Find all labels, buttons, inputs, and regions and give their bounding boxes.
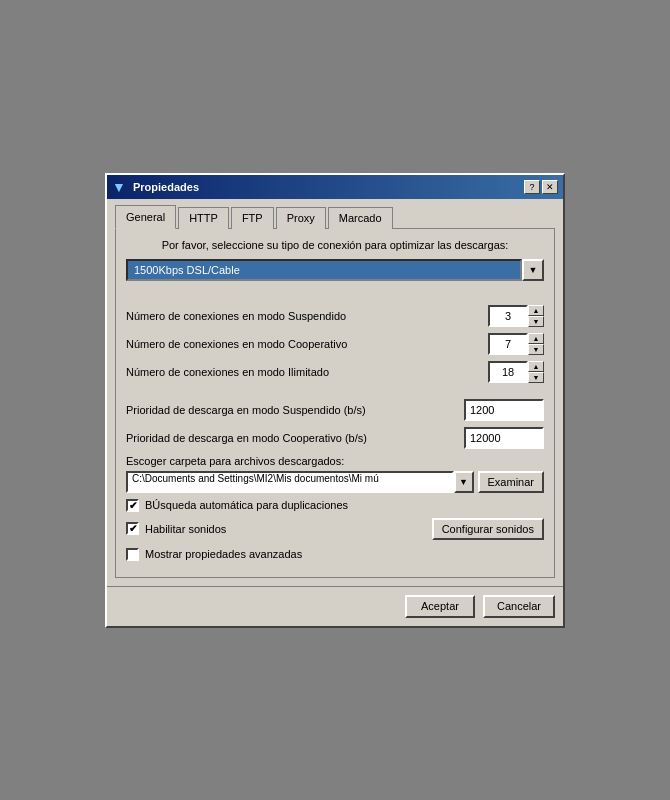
spinner-label-0: Número de conexiones en modo Suspendido — [126, 310, 488, 322]
priority-input-0[interactable] — [464, 399, 544, 421]
folder-label: Escoger carpeta para archivos descargado… — [126, 455, 544, 467]
folder-dropdown-arrow[interactable]: ▼ — [454, 471, 474, 493]
checkbox-duplications-label: BÚsqueda automática para duplicaciones — [145, 499, 348, 511]
configure-sounds-button[interactable]: Configurar sonidos — [432, 518, 544, 540]
spin-up-2[interactable]: ▲ — [528, 361, 544, 372]
spinner-input-2[interactable] — [488, 361, 528, 383]
spinner-control-2: ▲ ▼ — [488, 361, 544, 383]
window-content: General HTTP FTP Proxy Marcado Por favor… — [107, 199, 563, 586]
folder-input-row: C:\Documents and Settings\MI2\Mis docume… — [126, 471, 544, 493]
checkbox-sounds-row: ✔ Habilitar sonidos Configurar sonidos — [126, 518, 544, 540]
spinner-row-0: Número de conexiones en modo Suspendido … — [126, 305, 544, 327]
priority-input-1[interactable] — [464, 427, 544, 449]
spin-down-0[interactable]: ▼ — [528, 316, 544, 327]
spinner-buttons-0: ▲ ▼ — [528, 305, 544, 327]
spinner-buttons-2: ▲ ▼ — [528, 361, 544, 383]
tab-bar: General HTTP FTP Proxy Marcado — [115, 207, 555, 229]
checkbox-row-advanced: ✔ Mostrar propiedades avanzadas — [126, 548, 544, 561]
connection-type-dropdown-arrow[interactable]: ▼ — [522, 259, 544, 281]
advanced-row: ✔ Mostrar propiedades avanzadas — [126, 548, 544, 561]
spinner-row-1: Número de conexiones en modo Cooperativo… — [126, 333, 544, 355]
properties-window: ▼ Propiedades ? ✕ General HTTP FTP Proxy… — [105, 173, 565, 628]
folder-row: Escoger carpeta para archivos descargado… — [126, 455, 544, 493]
checkbox-row-duplications: ✔ BÚsqueda automática para duplicaciones — [126, 499, 544, 512]
browse-button[interactable]: Examinar — [478, 471, 544, 493]
cancel-button[interactable]: Cancelar — [483, 595, 555, 618]
tab-http[interactable]: HTTP — [178, 207, 229, 229]
tab-proxy[interactable]: Proxy — [276, 207, 326, 229]
titlebar-buttons: ? ✕ — [524, 180, 558, 194]
spinner-control-0: ▲ ▼ — [488, 305, 544, 327]
spinner-label-1: Número de conexiones en modo Cooperativo — [126, 338, 488, 350]
folder-path-input[interactable]: C:\Documents and Settings\MI2\Mis docume… — [126, 471, 454, 493]
checkmark-sounds: ✔ — [129, 523, 137, 534]
checkbox-advanced-label: Mostrar propiedades avanzadas — [145, 548, 302, 560]
window-title: Propiedades — [133, 181, 199, 193]
checkbox-sounds-left: ✔ Habilitar sonidos — [126, 522, 226, 535]
spinner-row-2: Número de conexiones en modo Ilimitado ▲… — [126, 361, 544, 383]
description-text: Por favor, seleccione su tipo de conexió… — [126, 239, 544, 251]
spinner-label-2: Número de conexiones en modo Ilimitado — [126, 366, 488, 378]
tab-ftp[interactable]: FTP — [231, 207, 274, 229]
priority-label-0: Prioridad de descarga en modo Suspendido… — [126, 404, 464, 416]
help-button[interactable]: ? — [524, 180, 540, 194]
titlebar-left: ▼ Propiedades — [112, 179, 199, 195]
spin-down-2[interactable]: ▼ — [528, 372, 544, 383]
connection-type-row: 1500Kbps DSL/Cable ▼ — [126, 259, 544, 281]
checkbox-duplications[interactable]: ✔ — [126, 499, 139, 512]
checkbox-sounds-label: Habilitar sonidos — [145, 523, 226, 535]
tab-marcado[interactable]: Marcado — [328, 207, 393, 229]
tab-general[interactable]: General — [115, 205, 176, 229]
app-icon: ▼ — [112, 179, 128, 195]
priority-label-1: Prioridad de descarga en modo Cooperativ… — [126, 432, 464, 444]
priority-row-1: Prioridad de descarga en modo Cooperativ… — [126, 427, 544, 449]
priority-row-0: Prioridad de descarga en modo Suspendido… — [126, 399, 544, 421]
checkbox-sounds[interactable]: ✔ — [126, 522, 139, 535]
spinner-control-1: ▲ ▼ — [488, 333, 544, 355]
titlebar: ▼ Propiedades ? ✕ — [107, 175, 563, 199]
checkmark-duplications: ✔ — [129, 500, 137, 511]
folder-combo: C:\Documents and Settings\MI2\Mis docume… — [126, 471, 474, 493]
connection-type-select[interactable]: 1500Kbps DSL/Cable — [126, 259, 522, 281]
checkbox-advanced[interactable]: ✔ — [126, 548, 139, 561]
accept-button[interactable]: Aceptar — [405, 595, 475, 618]
spin-down-1[interactable]: ▼ — [528, 344, 544, 355]
spinner-input-0[interactable] — [488, 305, 528, 327]
spin-up-0[interactable]: ▲ — [528, 305, 544, 316]
spinner-input-1[interactable] — [488, 333, 528, 355]
spin-up-1[interactable]: ▲ — [528, 333, 544, 344]
tab-panel-general: Por favor, seleccione su tipo de conexió… — [115, 228, 555, 578]
spinner-buttons-1: ▲ ▼ — [528, 333, 544, 355]
bottom-bar: Aceptar Cancelar — [107, 586, 563, 626]
close-button[interactable]: ✕ — [542, 180, 558, 194]
